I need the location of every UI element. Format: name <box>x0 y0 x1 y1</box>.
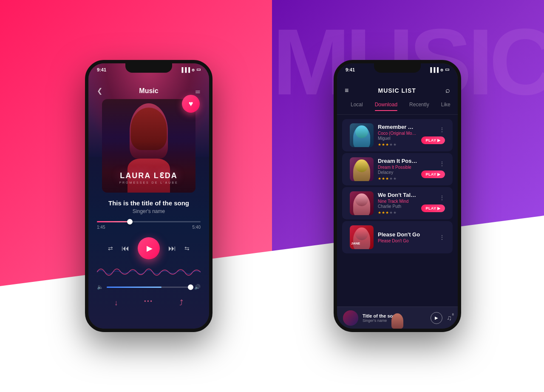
play-btn-2[interactable]: PLAY ▶ <box>421 170 445 178</box>
status-time-player: 9:41 <box>97 67 106 72</box>
next-button[interactable]: ⏭ <box>168 244 176 253</box>
song-stars-3: ★ ★ ★ ★ ★ <box>378 210 417 215</box>
song-title-player: This is the title of the song <box>97 199 201 207</box>
progress-thumb <box>127 219 133 224</box>
song-stars-2: ★ ★ ★ ★ ★ <box>378 176 417 181</box>
volume-fill <box>107 287 162 288</box>
song-info-1: Remember Me (Dúo) Coco (Original Motion.… <box>378 124 417 147</box>
song-list: Remember Me (Dúo) Coco (Original Motion.… <box>337 115 458 306</box>
player-screen-title: Music <box>139 87 158 95</box>
heart-icon: ♥ <box>189 99 193 108</box>
tab-recently[interactable]: Recently <box>403 100 435 111</box>
list-item[interactable]: JANE Please Don't Go Please Don't Go ⋮ <box>342 221 453 253</box>
song-name-1: Remember Me (Dúo) <box>378 124 417 130</box>
song-artist-player: Singer's name <box>97 208 201 214</box>
mini-play-button[interactable]: ▶ <box>431 312 442 324</box>
play-pause-button[interactable] <box>138 237 160 259</box>
wifi-icon-list: ⌾ <box>440 67 443 72</box>
like-button[interactable]: ♥ <box>182 95 200 113</box>
song-stars-1: ★ ★ ★ ★ ★ <box>378 142 417 147</box>
signal-icon-list: ▐▐▐ <box>429 67 439 72</box>
play-btn-3[interactable]: PLAY ▶ <box>421 205 445 212</box>
list-menu-button[interactable]: ≡ <box>345 87 348 94</box>
song-info-3: We Don't Talk Any... Nine Track Mind Cha… <box>378 192 417 215</box>
mini-controls: ▶ ♫8 <box>431 312 452 324</box>
mini-queue-button[interactable]: ♫8 <box>447 314 452 322</box>
volume-high-icon: 🔊 <box>194 284 201 290</box>
star-3: ★ <box>385 142 389 147</box>
star-5: ★ <box>393 176 397 181</box>
list-item[interactable]: Dream It Possible Dream It Possible Dela… <box>342 153 453 185</box>
song-thumbnail-2 <box>350 157 374 181</box>
mini-player[interactable]: Title of the song Singer's name ▶ ♫8 <box>337 307 458 329</box>
more-options-button[interactable]: ••• <box>144 298 153 307</box>
back-button[interactable] <box>97 87 102 95</box>
shuffle-button[interactable]: ⇄ <box>108 245 113 252</box>
song-actions-3: ⋮ PLAY ▶ <box>421 194 445 212</box>
current-time: 1:45 <box>97 225 105 230</box>
prev-button[interactable]: ⏮ <box>122 244 129 253</box>
album-art-container: LAURA LƐDA PROMESSES DE L'AUBE ♥ <box>102 99 196 193</box>
star-4: ★ <box>389 142 393 147</box>
wifi-icon: ⌾ <box>192 67 195 72</box>
status-icons-list: ▐▐▐ ⌾ ▭ <box>429 67 449 72</box>
more-btn-2[interactable]: ⋮ <box>439 160 445 167</box>
volume-bar[interactable] <box>107 287 191 288</box>
phone-list: 9:41 ▐▐▐ ⌾ ▭ ≡ MUSIC LIST ⌕ Local Downlo… <box>334 60 461 332</box>
tab-local[interactable]: Local <box>345 100 369 111</box>
star-1: ★ <box>378 176 381 181</box>
song-singer-1: Miguel <box>378 136 417 141</box>
signal-icon: ▐▐▐ <box>180 67 190 72</box>
song-actions-4: ⋮ <box>439 234 445 241</box>
star-2: ★ <box>382 210 385 215</box>
play-btn-1[interactable]: PLAY ▶ <box>421 136 445 144</box>
song-info-2: Dream It Possible Dream It Possible Dela… <box>378 158 417 181</box>
tab-like[interactable]: Like <box>435 100 456 111</box>
song-album-4: Please Don't Go <box>378 239 435 243</box>
volume-thumb <box>188 284 193 290</box>
song-thumbnail-4: JANE <box>350 225 374 249</box>
progress-bar[interactable] <box>97 221 201 222</box>
playback-controls: ⇄ ⏮ ⏭ ⇆ <box>88 233 209 264</box>
list-item[interactable]: We Don't Talk Any... Nine Track Mind Cha… <box>342 187 453 219</box>
star-1: ★ <box>378 210 381 215</box>
star-2: ★ <box>382 142 385 147</box>
more-btn-1[interactable]: ⋮ <box>439 126 445 133</box>
download-button[interactable]: ↓ <box>114 298 118 307</box>
waveform <box>88 264 209 281</box>
star-1: ★ <box>378 142 381 147</box>
notch-player <box>125 63 172 73</box>
time-labels: 1:45 5:40 <box>97 225 201 230</box>
song-singer-3: Charlie Puth <box>378 204 417 209</box>
list-screen: 9:41 ▐▐▐ ⌾ ▭ ≡ MUSIC LIST ⌕ Local Downlo… <box>337 63 458 329</box>
more-btn-4[interactable]: ⋮ <box>439 234 445 241</box>
list-screen-title: MUSIC LIST <box>378 87 416 94</box>
star-4: ★ <box>389 210 393 215</box>
song-album-2: Dream It Possible <box>378 165 417 170</box>
repeat-button[interactable]: ⇆ <box>184 245 190 252</box>
album-artist-name: LAURA LƐDA <box>102 171 196 180</box>
album-art-inner: LAURA LƐDA PROMESSES DE L'AUBE <box>102 99 196 193</box>
mini-avatar <box>343 310 358 326</box>
star-3: ★ <box>385 176 389 181</box>
song-actions-1: ⋮ PLAY ▶ <box>421 126 445 144</box>
progress-fill <box>97 221 130 222</box>
more-btn-3[interactable]: ⋮ <box>439 194 445 201</box>
song-album-1: Coco (Original Motion... <box>378 131 417 136</box>
star-5: ★ <box>393 142 397 147</box>
volume-container[interactable]: 🔈 🔊 <box>88 281 209 293</box>
share-button[interactable]: ⤴ <box>179 298 183 307</box>
star-4: ★ <box>389 176 393 181</box>
list-item[interactable]: Remember Me (Dúo) Coco (Original Motion.… <box>342 119 453 151</box>
list-search-button[interactable]: ⌕ <box>445 86 450 95</box>
progress-container[interactable]: 1:45 5:40 <box>88 218 209 233</box>
song-album-3: Nine Track Mind <box>378 199 417 204</box>
star-3: ★ <box>385 210 389 215</box>
star-2: ★ <box>382 176 385 181</box>
player-screen: 9:41 ▐▐▐ ⌾ ▭ Music ⚌ <box>88 63 209 329</box>
notch-list <box>374 63 421 73</box>
tab-download[interactable]: Download <box>369 100 403 111</box>
battery-icon-list: ▭ <box>445 67 449 72</box>
song-actions-2: ⋮ PLAY ▶ <box>421 160 445 178</box>
filter-button[interactable]: ⚌ <box>195 88 201 94</box>
